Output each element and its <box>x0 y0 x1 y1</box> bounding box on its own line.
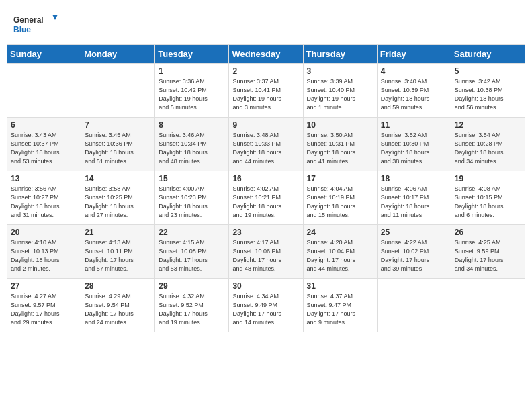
day-number: 27 <box>11 281 77 291</box>
calendar-cell: 13Sunrise: 3:56 AM Sunset: 10:27 PM Dayl… <box>7 171 81 225</box>
day-info: Sunrise: 4:27 AM Sunset: 9:57 PM Dayligh… <box>11 292 77 327</box>
day-number: 10 <box>307 120 373 130</box>
day-info: Sunrise: 4:08 AM Sunset: 10:15 PM Daylig… <box>455 185 521 220</box>
day-number: 8 <box>159 120 225 130</box>
day-number: 21 <box>85 228 151 237</box>
day-info: Sunrise: 4:04 AM Sunset: 10:19 PM Daylig… <box>307 185 373 220</box>
day-number: 19 <box>455 174 521 183</box>
day-info: Sunrise: 4:22 AM Sunset: 10:02 PM Daylig… <box>381 238 447 273</box>
day-number: 18 <box>381 174 447 183</box>
calendar-cell: 10Sunrise: 3:50 AM Sunset: 10:31 PM Dayl… <box>303 118 377 171</box>
calendar-cell: 28Sunrise: 4:29 AM Sunset: 9:54 PM Dayli… <box>81 279 155 332</box>
day-info: Sunrise: 4:13 AM Sunset: 10:11 PM Daylig… <box>85 238 151 273</box>
logo: General Blue <box>13 12 60 39</box>
calendar-cell: 12Sunrise: 3:54 AM Sunset: 10:28 PM Dayl… <box>451 118 525 171</box>
svg-text:General: General <box>13 15 44 25</box>
day-info: Sunrise: 4:17 AM Sunset: 10:06 PM Daylig… <box>232 238 299 273</box>
calendar-cell <box>451 279 525 332</box>
day-number: 17 <box>307 174 373 183</box>
day-info: Sunrise: 3:56 AM Sunset: 10:27 PM Daylig… <box>11 185 77 220</box>
calendar-week-row: 13Sunrise: 3:56 AM Sunset: 10:27 PM Dayl… <box>7 171 525 225</box>
day-number: 24 <box>307 228 373 237</box>
day-info: Sunrise: 4:37 AM Sunset: 9:47 PM Dayligh… <box>307 292 373 327</box>
calendar-week-row: 1Sunrise: 3:36 AM Sunset: 10:42 PM Dayli… <box>7 64 525 118</box>
calendar-cell: 9Sunrise: 3:48 AM Sunset: 10:33 PM Dayli… <box>229 118 303 171</box>
calendar-week-row: 20Sunrise: 4:10 AM Sunset: 10:13 PM Dayl… <box>7 225 525 279</box>
calendar-cell <box>7 64 81 118</box>
day-info: Sunrise: 3:54 AM Sunset: 10:28 PM Daylig… <box>455 131 521 166</box>
day-info: Sunrise: 3:37 AM Sunset: 10:41 PM Daylig… <box>232 77 299 112</box>
day-number: 23 <box>232 228 299 237</box>
weekday-header: Wednesday <box>229 45 303 64</box>
day-info: Sunrise: 3:52 AM Sunset: 10:30 PM Daylig… <box>381 131 447 166</box>
weekday-header: Sunday <box>7 45 81 64</box>
day-info: Sunrise: 3:36 AM Sunset: 10:42 PM Daylig… <box>159 77 225 112</box>
weekday-header: Tuesday <box>155 45 229 64</box>
day-number: 20 <box>11 228 77 237</box>
day-info: Sunrise: 4:25 AM Sunset: 9:59 PM Dayligh… <box>455 238 521 273</box>
calendar-cell <box>81 64 155 118</box>
day-number: 15 <box>159 174 225 183</box>
day-number: 16 <box>232 174 299 183</box>
day-number: 22 <box>159 228 225 237</box>
weekday-header: Monday <box>81 45 155 64</box>
calendar-week-row: 6Sunrise: 3:43 AM Sunset: 10:37 PM Dayli… <box>7 118 525 171</box>
day-info: Sunrise: 4:00 AM Sunset: 10:23 PM Daylig… <box>159 185 225 220</box>
calendar-cell: 16Sunrise: 4:02 AM Sunset: 10:21 PM Dayl… <box>229 171 303 225</box>
day-info: Sunrise: 4:06 AM Sunset: 10:17 PM Daylig… <box>381 185 447 220</box>
calendar-cell: 19Sunrise: 4:08 AM Sunset: 10:15 PM Dayl… <box>451 171 525 225</box>
day-number: 1 <box>159 66 225 76</box>
day-number: 5 <box>455 66 521 76</box>
calendar-cell: 31Sunrise: 4:37 AM Sunset: 9:47 PM Dayli… <box>303 279 377 332</box>
calendar-cell: 25Sunrise: 4:22 AM Sunset: 10:02 PM Dayl… <box>377 225 451 279</box>
day-info: Sunrise: 3:50 AM Sunset: 10:31 PM Daylig… <box>307 131 373 166</box>
calendar-cell: 5Sunrise: 3:42 AM Sunset: 10:38 PM Dayli… <box>451 64 525 118</box>
day-number: 26 <box>455 228 521 237</box>
calendar-cell: 23Sunrise: 4:17 AM Sunset: 10:06 PM Dayl… <box>229 225 303 279</box>
day-info: Sunrise: 3:58 AM Sunset: 10:25 PM Daylig… <box>85 185 151 220</box>
day-number: 29 <box>159 281 225 291</box>
day-info: Sunrise: 4:34 AM Sunset: 9:49 PM Dayligh… <box>232 292 299 327</box>
day-number: 31 <box>307 281 373 291</box>
weekday-header: Saturday <box>451 45 525 64</box>
day-info: Sunrise: 3:43 AM Sunset: 10:37 PM Daylig… <box>11 131 77 166</box>
day-number: 4 <box>381 66 447 76</box>
calendar-cell: 11Sunrise: 3:52 AM Sunset: 10:30 PM Dayl… <box>377 118 451 171</box>
day-info: Sunrise: 4:15 AM Sunset: 10:08 PM Daylig… <box>159 238 225 273</box>
page-header: General Blue <box>7 7 525 42</box>
day-info: Sunrise: 4:10 AM Sunset: 10:13 PM Daylig… <box>11 238 77 273</box>
day-number: 9 <box>232 120 299 130</box>
day-info: Sunrise: 4:29 AM Sunset: 9:54 PM Dayligh… <box>85 292 151 327</box>
calendar-cell: 20Sunrise: 4:10 AM Sunset: 10:13 PM Dayl… <box>7 225 81 279</box>
day-info: Sunrise: 3:46 AM Sunset: 10:34 PM Daylig… <box>159 131 225 166</box>
calendar-cell: 7Sunrise: 3:45 AM Sunset: 10:36 PM Dayli… <box>81 118 155 171</box>
day-info: Sunrise: 3:40 AM Sunset: 10:39 PM Daylig… <box>381 77 447 112</box>
day-info: Sunrise: 4:32 AM Sunset: 9:52 PM Dayligh… <box>159 292 225 327</box>
calendar-cell: 17Sunrise: 4:04 AM Sunset: 10:19 PM Dayl… <box>303 171 377 225</box>
calendar-cell: 27Sunrise: 4:27 AM Sunset: 9:57 PM Dayli… <box>7 279 81 332</box>
calendar-cell: 4Sunrise: 3:40 AM Sunset: 10:39 PM Dayli… <box>377 64 451 118</box>
calendar-cell <box>377 279 451 332</box>
calendar-cell: 3Sunrise: 3:39 AM Sunset: 10:40 PM Dayli… <box>303 64 377 118</box>
day-number: 13 <box>11 174 77 183</box>
calendar-cell: 8Sunrise: 3:46 AM Sunset: 10:34 PM Dayli… <box>155 118 229 171</box>
day-info: Sunrise: 4:02 AM Sunset: 10:21 PM Daylig… <box>232 185 299 220</box>
day-number: 28 <box>85 281 151 291</box>
day-number: 6 <box>11 120 77 130</box>
calendar-week-row: 27Sunrise: 4:27 AM Sunset: 9:57 PM Dayli… <box>7 279 525 332</box>
day-info: Sunrise: 3:39 AM Sunset: 10:40 PM Daylig… <box>307 77 373 112</box>
day-number: 30 <box>232 281 299 291</box>
day-number: 14 <box>85 174 151 183</box>
day-info: Sunrise: 3:48 AM Sunset: 10:33 PM Daylig… <box>232 131 299 166</box>
day-number: 7 <box>85 120 151 130</box>
day-number: 3 <box>307 66 373 76</box>
logo-svg: General Blue <box>13 12 60 39</box>
svg-text:Blue: Blue <box>13 25 31 34</box>
calendar-cell: 30Sunrise: 4:34 AM Sunset: 9:49 PM Dayli… <box>229 279 303 332</box>
day-number: 2 <box>232 66 299 76</box>
calendar-cell: 22Sunrise: 4:15 AM Sunset: 10:08 PM Dayl… <box>155 225 229 279</box>
calendar-cell: 21Sunrise: 4:13 AM Sunset: 10:11 PM Dayl… <box>81 225 155 279</box>
calendar-cell: 26Sunrise: 4:25 AM Sunset: 9:59 PM Dayli… <box>451 225 525 279</box>
day-info: Sunrise: 3:42 AM Sunset: 10:38 PM Daylig… <box>455 77 521 112</box>
calendar-cell: 6Sunrise: 3:43 AM Sunset: 10:37 PM Dayli… <box>7 118 81 171</box>
